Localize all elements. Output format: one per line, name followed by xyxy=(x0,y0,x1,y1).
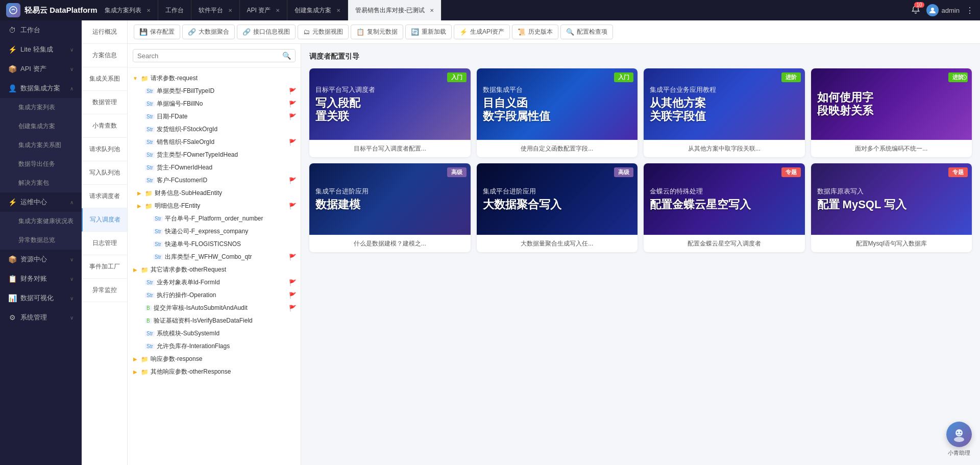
tree-node-finance-info[interactable]: ▶📁财务信息-SubHeadEntity xyxy=(128,187,301,200)
sidebar-item-data-integration[interactable]: 👤 数据集成方案 ∧ xyxy=(0,79,82,98)
guide-card-overlay-card-2: 数据集成平台 目自义函数字段属性值 xyxy=(477,79,638,130)
tree-node-stock-org[interactable]: Str发货组织-FStockOrgId xyxy=(128,123,301,136)
second-sidebar-item-event-factory[interactable]: 事件加工厂 xyxy=(82,255,127,279)
tree-node-customer[interactable]: Str客户-FCustomerID🚩 xyxy=(128,174,301,187)
guide-card-card-8[interactable]: 专题 数据库原表写入 配置 MySQL 写入 配置Mysql语句写入数据库 xyxy=(811,163,972,252)
guide-card-card-1[interactable]: 入门 目标平台写入调度者 写入段配置关联 目标平台写入调度者配置... xyxy=(309,68,471,157)
flag-icon-bill-type-id: 🚩 xyxy=(289,88,297,95)
tree-node-other-request[interactable]: ▶📁其它请求参数-otherRequest xyxy=(128,263,301,276)
sidebar-item-left-finance-reconcile: 📋 财务对账 xyxy=(8,274,47,283)
tree-node-request-params[interactable]: ▼📁请求参数-request xyxy=(128,72,301,85)
logo-area: 轻易云 DataPlatform xyxy=(6,3,97,17)
tree-node-platform-order[interactable]: Str平台单号-F_Platform_order_number xyxy=(128,212,301,225)
second-sidebar-item-exception-monitor[interactable]: 异常监控 xyxy=(82,279,127,302)
sidebar-item-lite-integration[interactable]: ⚡ Lite 轻集成 ∨ xyxy=(0,40,82,59)
sidebar-sub-label-create-integration-sub: 创建集成方案 xyxy=(18,122,55,131)
sidebar-item-workbench[interactable]: ⏱ 工作台 xyxy=(0,20,82,40)
sidebar-item-solution-health[interactable]: 集成方案健康状况表 xyxy=(0,212,82,231)
tree-node-interaction[interactable]: Str允许负库存-InterationFlags xyxy=(128,340,301,353)
second-sidebar-item-request-scheduler[interactable]: 请求调度者 xyxy=(82,185,127,208)
tab-close-create-integration[interactable]: ✕ xyxy=(336,8,340,13)
guide-card-card-2[interactable]: 入门 数据集成平台 目自义函数字段属性值 使用自定义函数配置字段... xyxy=(477,68,638,157)
tab-close-api-assets[interactable]: ✕ xyxy=(276,8,280,13)
sidebar-item-data-export[interactable]: 数据导出任务 xyxy=(0,155,82,174)
tree-node-out-type[interactable]: Str出库类型-F_WFHW_Combo_qtr🚩 xyxy=(128,251,301,263)
toolbar-btn-save-config[interactable]: 💾保存配置 xyxy=(134,25,180,39)
toolbar-btn-reload[interactable]: 🔄重新加载 xyxy=(405,25,452,39)
toolbar-btn-icon-big-data-merge: 🔗 xyxy=(188,28,196,36)
guide-card-desc-card-7: 配置金蝶云星空写入调度者 xyxy=(644,235,805,252)
sidebar-item-system-admin[interactable]: ⚙ 系统管理 ∨ xyxy=(0,308,82,327)
tab-close-software-platform[interactable]: ✕ xyxy=(228,8,232,13)
toolbar-btn-gen-api[interactable]: ⚡生成API资产 xyxy=(454,25,510,39)
sidebar-item-ops-center[interactable]: ⚡ 运维中心 ∧ xyxy=(0,192,82,212)
second-sidebar-item-run-overview[interactable]: 运行概况 xyxy=(82,20,127,44)
tree-node-subsystem[interactable]: Str系统模块-SubSystemId xyxy=(128,327,301,340)
second-sidebar-item-data-manage[interactable]: 数据管理 xyxy=(82,91,127,114)
second-sidebar-item-small-query[interactable]: 小青查数 xyxy=(82,114,127,138)
toolbar-btn-meta-view[interactable]: 🗂元数据视图 xyxy=(298,25,349,39)
toolbar-btn-icon-copy-meta: 📋 xyxy=(356,28,364,36)
guide-card-card-3[interactable]: 进阶 集成平台业务应用教程 从其他方案关联字段值 从其他方案中取字段关联... xyxy=(644,68,805,157)
sidebar-item-solution-package[interactable]: 解决方案包 xyxy=(0,174,82,192)
guide-card-card-7[interactable]: 专题 金蝶云的特殊处理 配置金蝶云星空写入 配置金蝶云星空写入调度者 xyxy=(644,163,805,252)
tree-node-operation[interactable]: Str执行的操作-Operation🚩 xyxy=(128,289,301,302)
tree-node-owner[interactable]: Str货主-FOwnerIdHead xyxy=(128,161,301,174)
sidebar-item-integration-relation[interactable]: 集成方案关系图 xyxy=(0,136,82,155)
tab-integration-list[interactable]: 集成方案列表✕ xyxy=(97,0,158,20)
notification-button[interactable]: 10 xyxy=(911,5,920,16)
chat-assistant[interactable]: 小青助理 xyxy=(946,422,972,457)
tree-node-logistics-no[interactable]: Str快递单号-FLOGISTICSNOS xyxy=(128,238,301,251)
tab-workbench[interactable]: 工作台 xyxy=(158,0,191,20)
tree-node-verify-base[interactable]: B验证基础资料-IsVerifyBaseDataField xyxy=(128,314,301,327)
sidebar-item-data-visual[interactable]: 📊 数据可视化 ∨ xyxy=(0,288,82,308)
second-sidebar-label-small-query: 小青查数 xyxy=(92,122,117,129)
tree-node-detail-info[interactable]: ▶📁明细信息-FEntity🚩 xyxy=(128,200,301,212)
guide-card-card-5[interactable]: 高级 集成平台进阶应用 数据建模 什么是数据建模？建模之... xyxy=(309,163,471,252)
sidebar-label-finance-reconcile: 财务对账 xyxy=(20,274,47,283)
guide-card-card-6[interactable]: 高级 集成平台进阶应用 大数据聚合写入 大数据量聚合生成写入任... xyxy=(477,163,638,252)
tab-api-assets[interactable]: API 资产✕ xyxy=(240,0,288,20)
tree-node-express-co[interactable]: Str快递公司-F_express_company xyxy=(128,225,301,238)
tree-node-owner-type[interactable]: Str货主类型-FOwnerTypeIdHead xyxy=(128,149,301,161)
sidebar-item-create-integration-sub[interactable]: 创建集成方案 xyxy=(0,117,82,136)
sidebar-item-integration-list-sub[interactable]: 集成方案列表 xyxy=(0,98,82,117)
tree-node-form-id[interactable]: Str业务对象表单Id-FormId🚩 xyxy=(128,276,301,289)
more-options-button[interactable]: ⋮ xyxy=(966,6,974,15)
tab-manage-sale[interactable]: 管易销售出库对接-已测试✕ xyxy=(348,0,442,20)
tab-create-integration[interactable]: 创建集成方案✕ xyxy=(287,0,348,20)
toolbar-btn-history-version[interactable]: 📜历史版本 xyxy=(512,25,558,39)
sidebar-item-api-assets[interactable]: 📦 API 资产 ∨ xyxy=(0,59,82,79)
sidebar: ⏱ 工作台 ⚡ Lite 轻集成 ∨ 📦 API 资产 ∨ 👤 数据集成方案 ∧… xyxy=(0,20,82,465)
tab-software-platform[interactable]: 软件平台✕ xyxy=(191,0,240,20)
user-area[interactable]: admin xyxy=(926,4,960,16)
toolbar-btn-config-check[interactable]: 🔍配置检查项 xyxy=(560,25,613,39)
tree-node-bill-no[interactable]: Str单据编号-FBillNo🚩 xyxy=(128,97,301,110)
tree-node-auto-submit[interactable]: B提交并审核-IsAutoSubmitAndAudit🚩 xyxy=(128,302,301,314)
guide-card-desc-card-2: 使用自定义函数配置字段... xyxy=(477,140,638,157)
tab-close-manage-sale[interactable]: ✕ xyxy=(430,8,434,13)
toolbar-btn-interface-view[interactable]: 🔗接口信息视图 xyxy=(237,25,296,39)
sidebar-icon-finance-reconcile: 📋 xyxy=(8,275,16,283)
second-sidebar-item-write-queue[interactable]: 写入队列池 xyxy=(82,161,127,185)
sidebar-item-finance-reconcile[interactable]: 📋 财务对账 ∨ xyxy=(0,269,82,288)
second-sidebar-item-integration-graph[interactable]: 集成关系图 xyxy=(82,67,127,91)
second-sidebar-item-log-manage[interactable]: 日志管理 xyxy=(82,232,127,255)
tree-node-response-params[interactable]: ▶📁响应参数-response xyxy=(128,353,301,365)
sidebar-item-exception-data[interactable]: 异常数据总览 xyxy=(0,231,82,250)
second-sidebar-item-request-queue[interactable]: 请求队列池 xyxy=(82,138,127,161)
search-input[interactable] xyxy=(137,52,279,60)
tree-node-bill-type-id[interactable]: Str单据类型-FBillTypeID🚩 xyxy=(128,85,301,97)
tree-node-date[interactable]: Str日期-FDate🚩 xyxy=(128,110,301,123)
tree-node-other-response[interactable]: ▶📁其他响应参数-otherResponse xyxy=(128,365,301,378)
second-sidebar-item-write-scheduler[interactable]: 写入调度者 xyxy=(82,208,127,232)
second-sidebar-item-plan-info[interactable]: 方案信息 xyxy=(82,44,127,67)
tree-node-sale-org[interactable]: Str销售组织-FSaleOrgId🚩 xyxy=(128,136,301,149)
toolbar-btn-copy-meta[interactable]: 📋复制元数据 xyxy=(351,25,403,39)
tab-close-integration-list[interactable]: ✕ xyxy=(146,8,151,13)
toolbar-btn-big-data-merge[interactable]: 🔗大数据聚合 xyxy=(182,25,235,39)
guide-card-card-4[interactable]: 进阶 ⚙ 如何使用字段映射关系 面对多个系统编码不统一... xyxy=(811,68,972,157)
sidebar-icon-api-assets: 📦 xyxy=(8,65,16,73)
sidebar-item-resource-center[interactable]: 📦 资源中心 ∨ xyxy=(0,250,82,269)
guide-card-maintext-card-2: 目自义函数字段属性值 xyxy=(483,96,632,124)
